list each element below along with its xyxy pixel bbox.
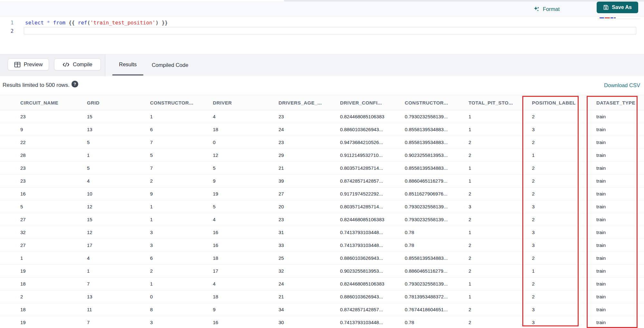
table-cell: 24 — [279, 281, 340, 287]
table-cell: 3 — [150, 320, 213, 325]
download-csv-link[interactable]: Download CSV — [604, 82, 640, 88]
table-cell: 0.7413793103448... — [340, 320, 405, 325]
save-as-button[interactable]: Save As — [597, 2, 638, 13]
tab-results-label: Results — [119, 61, 137, 68]
table-row: 913618240.8860103626943...0.855813953488… — [0, 123, 644, 136]
table-cell: 19 — [20, 320, 87, 325]
table-cell: 16 — [213, 320, 279, 325]
table-cell: 0.8558139534883... — [405, 255, 469, 261]
table-row: 22570230.9473684210526...0.8558139534883… — [0, 136, 644, 149]
table-cell: 3 — [532, 204, 596, 209]
table-cell: 27 — [279, 191, 340, 196]
code-token — [65, 20, 69, 26]
table-cell: 3 — [532, 230, 596, 235]
table-cell: 5 — [87, 140, 150, 145]
table-cell: 13 — [87, 294, 150, 299]
table-cell: 1 — [469, 178, 532, 184]
table-cell: 0.9473684210526... — [340, 140, 405, 145]
table-cell: 30 — [279, 320, 340, 325]
editor-toolbar: Format Save As — [0, 1, 644, 17]
table-cell: 9 — [150, 191, 213, 196]
table-cell: 18 — [20, 281, 87, 287]
table-row: 271514230.8244680851063830.7930232558139… — [0, 213, 644, 226]
table-cell: 0.8860103626943... — [340, 127, 405, 132]
table-cell: 21 — [279, 165, 340, 171]
table-cell: 2 — [469, 320, 532, 325]
table-cell: 13 — [87, 127, 150, 132]
table-cell: 6 — [150, 255, 213, 261]
results-table: CIRCUIT_NAMEGRIDCONSTRUCTOR...DRIVERDRIV… — [0, 95, 644, 328]
table-cell: 32 — [20, 230, 87, 235]
table-row: 51215200.8035714285714...0.7930232558139… — [0, 200, 644, 213]
table-row: 191217320.9023255813953...0.886046511627… — [0, 265, 644, 278]
table-cell: 0.8035714285714... — [340, 204, 405, 209]
table-cell: 7 — [87, 281, 150, 287]
table-cell: 0.7813953488372... — [405, 294, 469, 299]
column-header: GRID — [87, 100, 150, 105]
table-row: 18714240.8244680851063830.7930232558139.… — [0, 278, 644, 290]
table-grid-icon — [14, 62, 21, 68]
table-cell: 0.8035714285714... — [340, 165, 405, 171]
table-row: 213018210.8860103626943...0.781395348837… — [0, 290, 644, 303]
column-header: DATASET_TYPE — [596, 100, 644, 105]
table-cell: 2 — [532, 191, 596, 196]
code-token: }} — [158, 20, 168, 26]
table-cell: 9 — [20, 127, 87, 132]
column-header: POSITION_LABEL — [532, 100, 596, 105]
code-token: 'train_test_position' — [90, 20, 155, 26]
table-cell: 2 — [469, 268, 532, 274]
dbt-ide-screen: { "colors": { "accent_teal": "#0c666b", … — [0, 0, 644, 328]
table-cell: train — [596, 268, 644, 274]
table-cell: 1 — [469, 165, 532, 171]
format-button[interactable]: Format — [533, 5, 560, 14]
table-cell: 3 — [532, 127, 596, 132]
table-cell: 16 — [20, 191, 87, 196]
results-meta-bar: Results limited to 500 rows. ? Download … — [0, 76, 644, 95]
table-cell: train — [596, 114, 644, 119]
table-row: 197316300.7413793103448...0.7823train — [0, 316, 644, 328]
table-cell: train — [596, 294, 644, 299]
table-cell: 3 — [469, 204, 532, 209]
table-cell: 0.7930232558139... — [405, 204, 469, 209]
save-icon — [603, 5, 609, 10]
code-line-1[interactable]: select * from {{ ref('train_test_positio… — [25, 20, 168, 26]
table-cell: 18 — [213, 127, 279, 132]
table-cell: 2 — [532, 140, 596, 145]
table-cell: 0.8558139534883... — [405, 165, 469, 171]
table-cell: train — [596, 127, 644, 132]
table-cell: 1 — [150, 114, 213, 119]
table-cell: 15 — [87, 114, 150, 119]
tab-results[interactable]: Results — [112, 54, 143, 76]
table-cell: 2 — [469, 152, 532, 158]
compile-button[interactable]: Compile — [54, 59, 101, 70]
table-cell: 27 — [20, 217, 87, 222]
tab-compiled-code[interactable]: Compiled Code — [146, 54, 194, 76]
table-cell: 7 — [87, 320, 150, 325]
table-cell: 0.78 — [405, 230, 469, 235]
code-token — [44, 20, 47, 26]
table-cell: 0.8511627906976... — [405, 191, 469, 196]
table-cell: 19 — [213, 191, 279, 196]
save-as-label: Save As — [612, 5, 632, 10]
table-cell: 4 — [213, 281, 279, 287]
table-cell: 3 — [532, 320, 596, 325]
help-icon[interactable]: ? — [71, 81, 78, 87]
table-cell: 3 — [150, 242, 213, 248]
preview-label: Preview — [24, 61, 43, 68]
table-cell: 12 — [87, 230, 150, 235]
preview-button[interactable]: Preview — [8, 59, 49, 70]
table-cell: 2 — [532, 281, 596, 287]
sql-editor[interactable]: 1 2 select * from {{ ref('train_test_pos… — [0, 17, 644, 54]
table-cell: 3 — [150, 230, 213, 235]
table-cell: 34 — [279, 307, 340, 312]
code-token — [50, 20, 53, 26]
table-cell: 6 — [150, 127, 213, 132]
table-cell: 0.8860103626943... — [340, 294, 405, 299]
table-cell: 22 — [20, 140, 87, 145]
active-line-cursor-box[interactable] — [24, 27, 636, 34]
column-header: CIRCUIT_NAME — [20, 100, 87, 105]
table-cell: 0.7674418604651... — [405, 307, 469, 312]
table-cell: 0.824468085106383 — [340, 114, 405, 119]
table-cell: 4 — [213, 217, 279, 222]
table-cell: 2 — [532, 255, 596, 261]
